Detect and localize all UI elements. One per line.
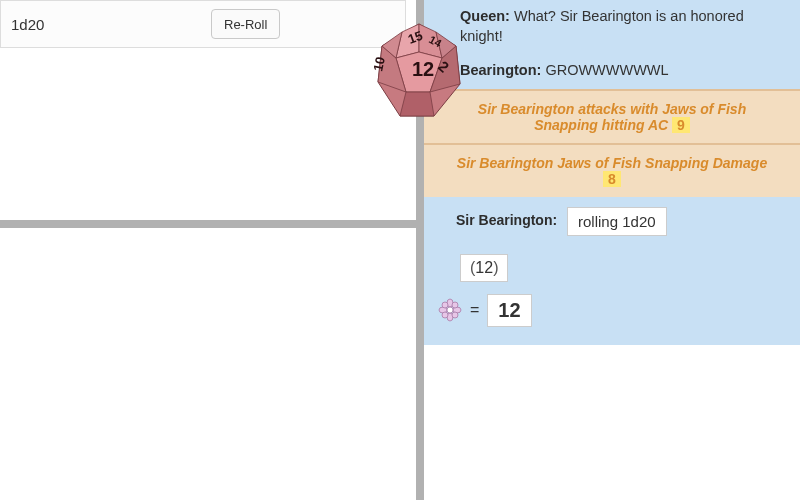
chat-speaker: Bearington: (460, 62, 541, 78)
chat-panel: Queen: What? Sir Bearington is an honore… (424, 0, 800, 500)
emote-message: Sir Bearington Jaws of Fish Snapping Dam… (424, 143, 800, 197)
emote-message: Sir Bearington attacks with Jaws of Fish… (424, 89, 800, 143)
roll-die-value: 12 (475, 259, 493, 276)
left-panel: Re-Roll (0, 0, 416, 500)
reroll-button[interactable]: Re-Roll (211, 9, 280, 39)
d20-die-icon: 15 12 2 10 14 (374, 22, 464, 122)
emote-text: Sir Bearington Jaws of Fish Snapping Dam… (457, 155, 767, 171)
die-face-number: 12 (412, 58, 434, 80)
svg-point-6 (442, 312, 448, 318)
roll-total-value: 12 (487, 294, 531, 327)
emote-value: 8 (603, 171, 621, 187)
svg-point-4 (442, 302, 448, 308)
chat-speaker: Queen: (460, 8, 510, 24)
roll-speaker: Sir Bearington: (456, 212, 557, 228)
roll-box: Re-Roll (0, 0, 406, 48)
svg-point-5 (452, 302, 458, 308)
chat-message: Queen: What? Sir Bearington is an honore… (424, 0, 800, 54)
roll-total-line: = 12 (438, 294, 786, 327)
emote-value: 9 (672, 117, 690, 133)
emote-text: Sir Bearington attacks with Jaws of Fish… (478, 101, 746, 133)
roll-header: Sir Bearington: rolling 1d20 (438, 207, 786, 236)
roll-command: rolling 1d20 (567, 207, 667, 236)
roll-detail: (12) (460, 254, 508, 282)
svg-point-8 (447, 307, 453, 313)
chat-message: Bearington: GROWWWWWWL (424, 54, 800, 89)
paren-close: ) (493, 259, 498, 276)
svg-marker-17 (400, 92, 434, 116)
dice-formula-input[interactable] (11, 10, 201, 38)
chat-text: GROWWWWWWL (545, 62, 668, 78)
equals-sign: = (470, 301, 479, 319)
svg-point-7 (452, 312, 458, 318)
roll-result-block: Sir Bearington: rolling 1d20 (12) (424, 197, 800, 345)
flower-icon (438, 298, 462, 322)
horizontal-divider[interactable] (0, 220, 416, 228)
